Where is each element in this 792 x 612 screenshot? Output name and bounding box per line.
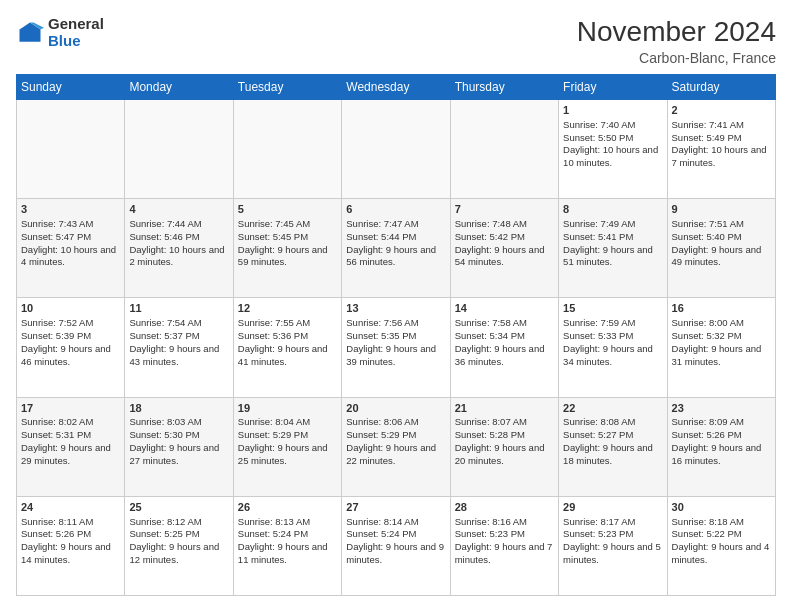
table-row: 11Sunrise: 7:54 AMSunset: 5:37 PMDayligh… [125, 298, 233, 397]
day-info: Daylight: 9 hours and 56 minutes. [346, 244, 445, 270]
day-number: 8 [563, 202, 662, 217]
table-row: 22Sunrise: 8:08 AMSunset: 5:27 PMDayligh… [559, 397, 667, 496]
table-row [125, 100, 233, 199]
table-row: 5Sunrise: 7:45 AMSunset: 5:45 PMDaylight… [233, 199, 341, 298]
table-row: 20Sunrise: 8:06 AMSunset: 5:29 PMDayligh… [342, 397, 450, 496]
day-info: Sunset: 5:37 PM [129, 330, 228, 343]
day-info: Daylight: 9 hours and 12 minutes. [129, 541, 228, 567]
calendar-week-row: 3Sunrise: 7:43 AMSunset: 5:47 PMDaylight… [17, 199, 776, 298]
day-info: Sunset: 5:45 PM [238, 231, 337, 244]
table-row: 2Sunrise: 7:41 AMSunset: 5:49 PMDaylight… [667, 100, 775, 199]
table-row [450, 100, 558, 199]
col-wednesday: Wednesday [342, 75, 450, 100]
day-info: Sunrise: 7:43 AM [21, 218, 120, 231]
day-info: Daylight: 10 hours and 10 minutes. [563, 144, 662, 170]
table-row [233, 100, 341, 199]
day-info: Daylight: 10 hours and 2 minutes. [129, 244, 228, 270]
day-info: Sunrise: 8:16 AM [455, 516, 554, 529]
day-info: Sunrise: 8:06 AM [346, 416, 445, 429]
day-info: Sunset: 5:30 PM [129, 429, 228, 442]
table-row: 24Sunrise: 8:11 AMSunset: 5:26 PMDayligh… [17, 496, 125, 595]
table-row: 14Sunrise: 7:58 AMSunset: 5:34 PMDayligh… [450, 298, 558, 397]
table-row: 19Sunrise: 8:04 AMSunset: 5:29 PMDayligh… [233, 397, 341, 496]
day-info: Sunrise: 8:09 AM [672, 416, 771, 429]
calendar-week-row: 10Sunrise: 7:52 AMSunset: 5:39 PMDayligh… [17, 298, 776, 397]
logo-general-text: General [48, 16, 104, 33]
day-info: Sunrise: 8:17 AM [563, 516, 662, 529]
table-row: 16Sunrise: 8:00 AMSunset: 5:32 PMDayligh… [667, 298, 775, 397]
table-row: 1Sunrise: 7:40 AMSunset: 5:50 PMDaylight… [559, 100, 667, 199]
day-info: Daylight: 9 hours and 54 minutes. [455, 244, 554, 270]
day-info: Sunset: 5:40 PM [672, 231, 771, 244]
day-info: Daylight: 9 hours and 27 minutes. [129, 442, 228, 468]
table-row: 30Sunrise: 8:18 AMSunset: 5:22 PMDayligh… [667, 496, 775, 595]
day-info: Daylight: 9 hours and 4 minutes. [672, 541, 771, 567]
day-info: Daylight: 9 hours and 25 minutes. [238, 442, 337, 468]
day-info: Daylight: 9 hours and 36 minutes. [455, 343, 554, 369]
col-friday: Friday [559, 75, 667, 100]
day-info: Daylight: 9 hours and 41 minutes. [238, 343, 337, 369]
day-number: 2 [672, 103, 771, 118]
table-row [342, 100, 450, 199]
calendar-week-row: 24Sunrise: 8:11 AMSunset: 5:26 PMDayligh… [17, 496, 776, 595]
day-number: 4 [129, 202, 228, 217]
table-row: 25Sunrise: 8:12 AMSunset: 5:25 PMDayligh… [125, 496, 233, 595]
day-info: Daylight: 9 hours and 34 minutes. [563, 343, 662, 369]
day-info: Sunrise: 8:02 AM [21, 416, 120, 429]
col-saturday: Saturday [667, 75, 775, 100]
day-info: Daylight: 9 hours and 9 minutes. [346, 541, 445, 567]
day-info: Daylight: 9 hours and 7 minutes. [455, 541, 554, 567]
table-row: 7Sunrise: 7:48 AMSunset: 5:42 PMDaylight… [450, 199, 558, 298]
day-number: 16 [672, 301, 771, 316]
day-info: Sunrise: 7:48 AM [455, 218, 554, 231]
day-info: Sunset: 5:22 PM [672, 528, 771, 541]
day-info: Sunset: 5:26 PM [21, 528, 120, 541]
day-info: Sunrise: 7:44 AM [129, 218, 228, 231]
calendar-week-row: 1Sunrise: 7:40 AMSunset: 5:50 PMDaylight… [17, 100, 776, 199]
day-number: 14 [455, 301, 554, 316]
table-row: 6Sunrise: 7:47 AMSunset: 5:44 PMDaylight… [342, 199, 450, 298]
day-info: Sunrise: 7:56 AM [346, 317, 445, 330]
day-info: Sunrise: 7:59 AM [563, 317, 662, 330]
calendar-header-row: Sunday Monday Tuesday Wednesday Thursday… [17, 75, 776, 100]
page: General Blue November 2024 Carbon-Blanc,… [0, 0, 792, 612]
day-number: 3 [21, 202, 120, 217]
day-info: Sunset: 5:49 PM [672, 132, 771, 145]
day-number: 12 [238, 301, 337, 316]
day-number: 6 [346, 202, 445, 217]
day-number: 27 [346, 500, 445, 515]
day-info: Sunrise: 7:40 AM [563, 119, 662, 132]
day-number: 7 [455, 202, 554, 217]
day-info: Sunset: 5:23 PM [563, 528, 662, 541]
day-number: 28 [455, 500, 554, 515]
day-info: Daylight: 9 hours and 29 minutes. [21, 442, 120, 468]
day-number: 22 [563, 401, 662, 416]
day-info: Daylight: 9 hours and 20 minutes. [455, 442, 554, 468]
day-info: Sunrise: 7:51 AM [672, 218, 771, 231]
day-number: 19 [238, 401, 337, 416]
table-row [17, 100, 125, 199]
day-info: Sunrise: 7:45 AM [238, 218, 337, 231]
logo-blue-text: Blue [48, 33, 104, 50]
day-info: Daylight: 9 hours and 51 minutes. [563, 244, 662, 270]
day-info: Sunset: 5:50 PM [563, 132, 662, 145]
table-row: 8Sunrise: 7:49 AMSunset: 5:41 PMDaylight… [559, 199, 667, 298]
day-info: Sunrise: 8:08 AM [563, 416, 662, 429]
day-number: 26 [238, 500, 337, 515]
day-info: Sunrise: 8:13 AM [238, 516, 337, 529]
day-number: 20 [346, 401, 445, 416]
day-info: Sunset: 5:25 PM [129, 528, 228, 541]
day-info: Daylight: 9 hours and 5 minutes. [563, 541, 662, 567]
day-info: Sunset: 5:34 PM [455, 330, 554, 343]
day-info: Daylight: 9 hours and 31 minutes. [672, 343, 771, 369]
day-info: Sunset: 5:36 PM [238, 330, 337, 343]
day-number: 15 [563, 301, 662, 316]
day-info: Sunrise: 7:47 AM [346, 218, 445, 231]
table-row: 3Sunrise: 7:43 AMSunset: 5:47 PMDaylight… [17, 199, 125, 298]
day-number: 23 [672, 401, 771, 416]
day-number: 11 [129, 301, 228, 316]
day-info: Sunset: 5:23 PM [455, 528, 554, 541]
title-area: November 2024 Carbon-Blanc, France [577, 16, 776, 66]
day-number: 18 [129, 401, 228, 416]
day-number: 10 [21, 301, 120, 316]
